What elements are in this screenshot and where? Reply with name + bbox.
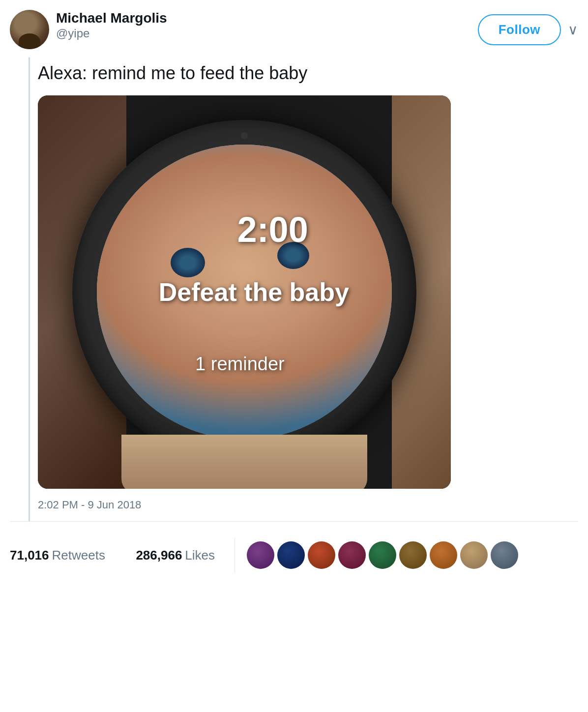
retweets-stat[interactable]: 71,016 Retweets (10, 548, 105, 563)
liker-avatar-7[interactable] (430, 541, 457, 569)
liker-avatar-4[interactable] (338, 541, 366, 569)
username[interactable]: @yipe (56, 27, 167, 40)
likes-stat[interactable]: 286,966 Likes (136, 548, 215, 563)
tweet-header: Michael Margolis @yipe Follow ∨ (10, 10, 578, 49)
avatar[interactable] (10, 10, 49, 49)
display-name[interactable]: Michael Margolis (56, 10, 167, 27)
liker-avatar-3[interactable] (308, 541, 335, 569)
stats-row: 71,016 Retweets 286,966 Likes (10, 532, 578, 579)
tweet-timestamp[interactable]: 2:02 PM - 9 Jun 2018 (38, 499, 578, 511)
liker-avatar-1[interactable] (247, 541, 274, 569)
echo-screen: 2:00 Defeat the baby 1 reminder (97, 145, 392, 440)
tweet-body-section: Alexa: remind me to feed the baby (10, 57, 578, 521)
baby-eye-left (171, 248, 205, 277)
tweet-main-content: Alexa: remind me to feed the baby (38, 57, 578, 521)
tweet-card: Michael Margolis @yipe Follow ∨ Alexa: r… (0, 0, 588, 579)
stats-section: 71,016 Retweets 286,966 Likes (10, 538, 235, 573)
liker-avatar-6[interactable] (399, 541, 427, 569)
tweet-image-container[interactable]: 2:00 Defeat the baby 1 reminder (38, 95, 451, 489)
liker-avatar-8[interactable] (460, 541, 488, 569)
liker-avatar-9[interactable] (491, 541, 518, 569)
hand-holding (121, 435, 367, 489)
likes-label: Likes (185, 548, 215, 563)
thread-line (29, 57, 30, 521)
liker-avatar-5[interactable] (369, 541, 396, 569)
retweets-count: 71,016 (10, 548, 49, 563)
chevron-down-icon[interactable]: ∨ (568, 22, 578, 38)
stat-separator (117, 548, 124, 563)
likes-count: 286,966 (136, 548, 182, 563)
screen-reminder-count: 1 reminder (195, 354, 285, 375)
echo-device: 2:00 Defeat the baby 1 reminder (72, 120, 416, 464)
screen-time: 2:00 (237, 209, 308, 250)
camera-dot (241, 132, 248, 139)
stats-divider (10, 521, 578, 522)
user-info-section: Michael Margolis @yipe (10, 10, 167, 49)
likers-row (235, 532, 518, 579)
tweet-text: Alexa: remind me to feed the baby (38, 57, 578, 86)
screen-reminder-title: Defeat the baby (159, 277, 349, 307)
liker-avatar-2[interactable] (277, 541, 305, 569)
follow-button[interactable]: Follow (478, 14, 561, 45)
retweets-label: Retweets (52, 548, 105, 563)
tweet-image: 2:00 Defeat the baby 1 reminder (38, 95, 451, 489)
